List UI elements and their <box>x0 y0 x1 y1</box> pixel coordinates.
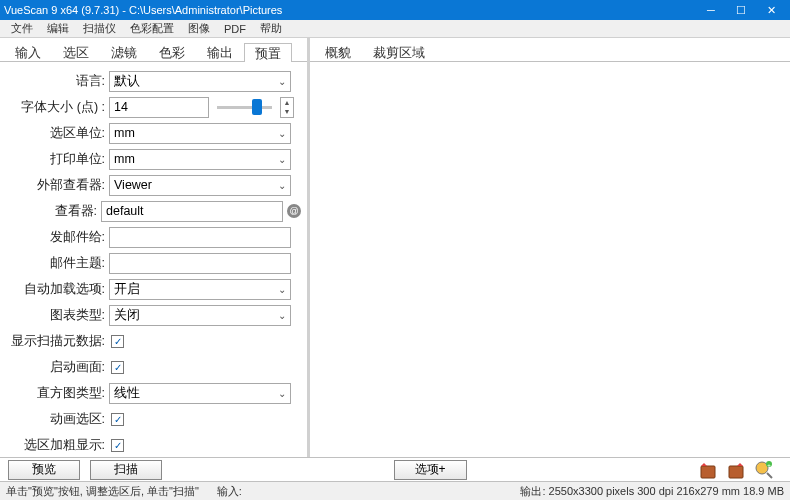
preview-area <box>310 62 790 457</box>
select-language[interactable]: 默认⌄ <box>109 71 291 92</box>
mailsubj-field[interactable] <box>109 253 291 274</box>
scan-button[interactable]: 扫描 <box>90 460 162 480</box>
window-controls: ─ ☐ ✕ <box>696 0 786 20</box>
status-hint: 单击"预览"按钮, 调整选区后, 单击"扫描" <box>6 484 217 499</box>
tab-overview[interactable]: 概貌 <box>314 42 362 61</box>
options-button[interactable]: 选项+ <box>394 460 467 480</box>
status-input: 输入: <box>217 484 260 499</box>
label-viewer: 查看器: <box>4 203 101 220</box>
label-graphtype: 图表类型: <box>4 307 109 324</box>
row-fontsize: 字体大小 (点) : ▲▼ <box>4 96 301 118</box>
select-histtype[interactable]: 线性⌄ <box>109 383 291 404</box>
form-area: 语言: 默认⌄ 字体大小 (点) : ▲▼ 选区单位: mm⌄ 打印单位: mm… <box>0 62 307 457</box>
row-printunit: 打印单位: mm⌄ <box>4 148 301 170</box>
select-graphtype[interactable]: 关闭⌄ <box>109 305 291 326</box>
chevron-down-icon: ⌄ <box>278 76 286 87</box>
tab-filter[interactable]: 滤镜 <box>100 42 148 61</box>
fontsize-input[interactable] <box>109 97 209 118</box>
tab-croparea[interactable]: 裁剪区域 <box>362 42 436 61</box>
label-showmeta: 显示扫描元数据: <box>4 333 109 350</box>
checkbox-showmeta[interactable]: ✓ <box>111 335 124 348</box>
row-graphtype: 图表类型: 关闭⌄ <box>4 304 301 326</box>
maximize-button[interactable]: ☐ <box>726 0 756 20</box>
right-tabs: 概貌 裁剪区域 <box>310 38 790 62</box>
row-selectunit: 选区单位: mm⌄ <box>4 122 301 144</box>
select-printunit[interactable]: mm⌄ <box>109 149 291 170</box>
fontsize-slider[interactable] <box>217 106 272 109</box>
menu-edit[interactable]: 编辑 <box>40 21 76 36</box>
bottom-toolbar: 预览 扫描 选项+ + <box>0 458 790 481</box>
chevron-down-icon: ⌄ <box>278 388 286 399</box>
menu-color[interactable]: 色彩配置 <box>123 21 181 36</box>
row-showmeta: 显示扫描元数据: ✓ <box>4 330 301 352</box>
select-autoload[interactable]: 开启⌄ <box>109 279 291 300</box>
label-histtype: 直方图类型: <box>4 385 109 402</box>
label-fontsize: 字体大小 (点) : <box>4 99 109 116</box>
tab-prefs[interactable]: 预置 <box>244 43 292 62</box>
title-text: VueScan 9 x64 (9.7.31) - C:\Users\Admini… <box>4 4 696 16</box>
select-extviewer[interactable]: Viewer⌄ <box>109 175 291 196</box>
svg-text:+: + <box>767 462 771 468</box>
fontsize-spinner[interactable]: ▲▼ <box>280 97 294 118</box>
tab-input[interactable]: 输入 <box>4 42 52 61</box>
rotate-right-icon[interactable] <box>726 460 746 480</box>
label-animsel: 动画选区: <box>4 411 109 428</box>
chevron-down-icon: ⌄ <box>278 154 286 165</box>
row-mailto: 发邮件给: <box>4 226 301 248</box>
label-printunit: 打印单位: <box>4 151 109 168</box>
status-output: 输出: 2550x3300 pixels 300 dpi 216x279 mm … <box>520 484 784 499</box>
label-mailto: 发邮件给: <box>4 229 109 246</box>
row-mailsubj: 邮件主题: <box>4 252 301 274</box>
tab-crop[interactable]: 选区 <box>52 42 100 61</box>
rotate-left-icon[interactable] <box>698 460 718 480</box>
chevron-down-icon: ⌄ <box>278 128 286 139</box>
menubar: 文件 编辑 扫描仪 色彩配置 图像 PDF 帮助 <box>0 20 790 38</box>
chevron-down-icon: ⌄ <box>278 284 286 295</box>
menu-scanner[interactable]: 扫描仪 <box>76 21 123 36</box>
select-selectunit[interactable]: mm⌄ <box>109 123 291 144</box>
chevron-down-icon: ⌄ <box>278 310 286 321</box>
menu-help[interactable]: 帮助 <box>253 21 289 36</box>
label-language: 语言: <box>4 73 109 90</box>
tool-icons: + <box>698 460 782 480</box>
preview-button[interactable]: 预览 <box>8 460 80 480</box>
close-button[interactable]: ✕ <box>756 0 786 20</box>
tab-color[interactable]: 色彩 <box>148 42 196 61</box>
label-splash: 启动画面: <box>4 359 109 376</box>
menu-file[interactable]: 文件 <box>4 21 40 36</box>
row-splash: 启动画面: ✓ <box>4 356 301 378</box>
row-extviewer: 外部查看器: Viewer⌄ <box>4 174 301 196</box>
row-animsel: 动画选区: ✓ <box>4 408 301 430</box>
chevron-down-icon: ⌄ <box>278 180 286 191</box>
row-language: 语言: 默认⌄ <box>4 70 301 92</box>
zoom-icon[interactable]: + <box>754 460 774 480</box>
row-histtype: 直方图类型: 线性⌄ <box>4 382 301 404</box>
label-autoload: 自动加载选项: <box>4 281 109 298</box>
checkbox-boldsel[interactable]: ✓ <box>111 439 124 452</box>
tab-output[interactable]: 输出 <box>196 42 244 61</box>
content-area: 输入 选区 滤镜 色彩 输出 预置 语言: 默认⌄ 字体大小 (点) : ▲▼ <box>0 38 790 458</box>
mailto-field[interactable] <box>109 227 291 248</box>
svg-rect-1 <box>729 466 743 478</box>
label-mailsubj: 邮件主题: <box>4 255 109 272</box>
slider-thumb[interactable] <box>252 99 262 115</box>
row-boldsel: 选区加粗显示: ✓ <box>4 434 301 456</box>
viewer-field[interactable]: default <box>101 201 283 222</box>
checkbox-splash[interactable]: ✓ <box>111 361 124 374</box>
statusbar: 单击"预览"按钮, 调整选区后, 单击"扫描" 输入: 输出: 2550x330… <box>0 481 790 500</box>
titlebar: VueScan 9 x64 (9.7.31) - C:\Users\Admini… <box>0 0 790 20</box>
menu-pdf[interactable]: PDF <box>217 23 253 35</box>
svg-rect-0 <box>701 466 715 478</box>
svg-line-3 <box>767 473 772 478</box>
at-icon[interactable]: @ <box>287 204 301 218</box>
left-tabs: 输入 选区 滤镜 色彩 输出 预置 <box>0 38 307 62</box>
menu-image[interactable]: 图像 <box>181 21 217 36</box>
label-selectunit: 选区单位: <box>4 125 109 142</box>
left-pane: 输入 选区 滤镜 色彩 输出 预置 语言: 默认⌄ 字体大小 (点) : ▲▼ <box>0 38 310 457</box>
label-boldsel: 选区加粗显示: <box>4 437 109 454</box>
row-autoload: 自动加载选项: 开启⌄ <box>4 278 301 300</box>
checkbox-animsel[interactable]: ✓ <box>111 413 124 426</box>
label-extviewer: 外部查看器: <box>4 177 109 194</box>
row-viewer: 查看器: default@ <box>4 200 301 222</box>
minimize-button[interactable]: ─ <box>696 0 726 20</box>
